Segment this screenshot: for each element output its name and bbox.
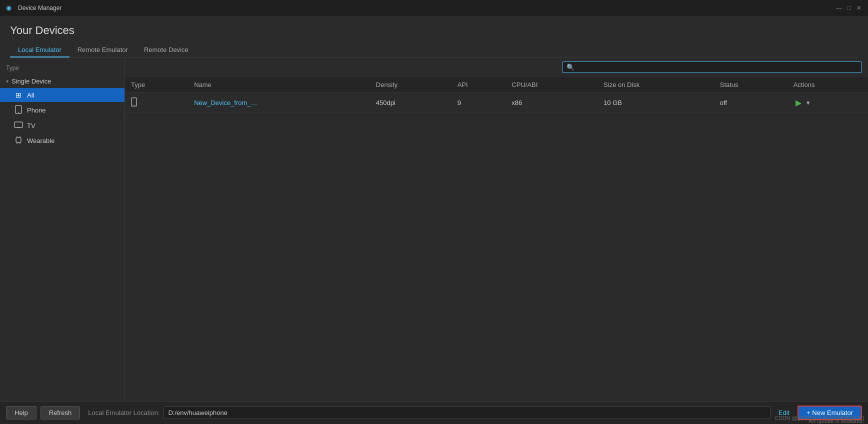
sidebar: Type ▾ Single Device ⊞ All Phone (0, 58, 125, 401)
update-notice: An update is available. (808, 418, 864, 424)
device-table-container: Type Name Density API CPU/ABI Size on Di… (125, 77, 868, 401)
header: Your Devices Local Emulator Remote Emula… (0, 16, 868, 58)
titlebar-left: ◉ Device Manager (6, 4, 62, 12)
svg-rect-2 (14, 122, 22, 128)
row-api-cell: 9 (452, 93, 506, 113)
refresh-button[interactable]: Refresh (40, 406, 80, 420)
minimize-button[interactable]: — (836, 5, 842, 11)
col-density: Density (370, 77, 452, 93)
col-size-on-disk: Size on Disk (598, 77, 714, 93)
device-name-link[interactable]: New_Device_from_… (194, 99, 257, 106)
svg-point-11 (134, 104, 134, 106)
all-devices-icon: ⊞ (14, 91, 23, 99)
row-type-cell (125, 93, 188, 113)
search-input[interactable] (576, 64, 858, 71)
app-container: Your Devices Local Emulator Remote Emula… (0, 16, 868, 424)
app-icon: ◉ (6, 4, 14, 12)
search-wrapper: 🔍 (562, 62, 862, 73)
sidebar-item-all[interactable]: ⊞ All (0, 88, 124, 102)
svg-rect-5 (16, 138, 21, 142)
col-type: Type (125, 77, 188, 93)
col-actions: Actions (788, 77, 868, 93)
wearable-icon (14, 136, 23, 146)
table-header-row: Type Name Density API CPU/ABI Size on Di… (125, 77, 868, 93)
titlebar-controls: — □ ✕ (836, 5, 862, 11)
sidebar-item-tv[interactable]: TV (0, 118, 124, 133)
maximize-button[interactable]: □ (846, 5, 852, 11)
search-icon: 🔍 (566, 64, 574, 71)
actions-dropdown-button[interactable]: ▾ (804, 98, 812, 108)
row-actions-cell: ▶ ▾ (788, 93, 868, 113)
sidebar-item-all-label: All (27, 92, 34, 99)
titlebar-title: Device Manager (18, 4, 62, 12)
tab-remote-device[interactable]: Remote Device (136, 43, 196, 58)
row-density-cell: 450dpi (370, 93, 452, 113)
tab-bar: Local Emulator Remote Emulator Remote De… (10, 43, 858, 58)
sidebar-group-label-text: Single Device (12, 78, 52, 85)
footer: Help Refresh Local Emulator Location: Ed… (0, 401, 868, 424)
page-title: Your Devices (10, 24, 858, 37)
svg-point-1 (18, 112, 19, 113)
sidebar-item-wearable-label: Wearable (27, 137, 54, 144)
search-area: 🔍 (125, 58, 868, 77)
location-label: Local Emulator Location: (88, 409, 160, 416)
tab-local-emulator[interactable]: Local Emulator (10, 43, 70, 58)
col-cpu-abi: CPU/ABI (506, 77, 598, 93)
sidebar-group-single-device[interactable]: ▾ Single Device (0, 74, 124, 88)
phone-row-icon (131, 100, 137, 108)
row-size-cell: 10 GB (598, 93, 714, 113)
main-panel: 🔍 Type Name Density API CPU/ABI Size on (125, 58, 868, 401)
row-name-cell[interactable]: New_Device_from_… (188, 93, 370, 113)
row-status-cell: off (714, 93, 788, 113)
device-table: Type Name Density API CPU/ABI Size on Di… (125, 77, 868, 113)
help-button[interactable]: Help (6, 406, 36, 420)
phone-icon (14, 105, 23, 116)
location-input[interactable] (164, 406, 770, 419)
actions-cell-container: ▶ ▾ (794, 97, 862, 108)
chevron-down-icon: ▾ (6, 78, 8, 84)
sidebar-item-phone[interactable]: Phone (0, 102, 124, 118)
sidebar-item-tv-label: TV (27, 122, 36, 130)
play-button[interactable]: ▶ (794, 97, 804, 108)
content-area: Type ▾ Single Device ⊞ All Phone (0, 58, 868, 401)
close-button[interactable]: ✕ (856, 5, 862, 11)
tab-remote-emulator[interactable]: Remote Emulator (70, 43, 136, 58)
titlebar: ◉ Device Manager — □ ✕ (0, 0, 868, 16)
row-cpu-abi-cell: x86 (506, 93, 598, 113)
sidebar-item-phone-label: Phone (27, 106, 46, 114)
col-status: Status (714, 77, 788, 93)
tv-icon (14, 122, 23, 130)
sidebar-type-header: Type (0, 62, 124, 74)
sidebar-item-wearable[interactable]: Wearable (0, 133, 124, 148)
col-name: Name (188, 77, 370, 93)
table-row: New_Device_from_… 450dpi 9 x86 10 GB off… (125, 93, 868, 113)
col-api: API (452, 77, 506, 93)
